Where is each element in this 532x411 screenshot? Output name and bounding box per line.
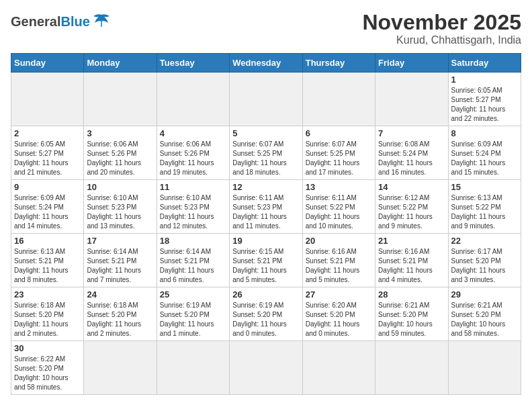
calendar-cell <box>157 73 229 126</box>
calendar-cell: 17Sunrise: 6:14 AM Sunset: 5:21 PM Dayli… <box>84 234 157 287</box>
day-info: Sunrise: 6:10 AM Sunset: 5:23 PM Dayligh… <box>87 193 153 231</box>
day-number: 6 <box>306 128 372 138</box>
logo: General Blue <box>11 11 111 30</box>
calendar-cell <box>448 341 521 395</box>
logo-bird-icon <box>92 13 111 28</box>
day-number: 19 <box>232 236 299 246</box>
day-number: 30 <box>14 343 81 353</box>
calendar-cell <box>230 73 302 126</box>
day-number: 25 <box>160 289 226 300</box>
day-info: Sunrise: 6:09 AM Sunset: 5:24 PM Dayligh… <box>14 193 81 231</box>
calendar-cell <box>11 73 84 126</box>
day-info: Sunrise: 6:19 AM Sunset: 5:20 PM Dayligh… <box>160 301 226 338</box>
calendar-cell: 26Sunrise: 6:19 AM Sunset: 5:20 PM Dayli… <box>230 287 302 341</box>
calendar-cell: 6Sunrise: 6:07 AM Sunset: 5:25 PM Daylig… <box>302 126 375 180</box>
day-number: 3 <box>87 128 153 138</box>
calendar-cell: 8Sunrise: 6:09 AM Sunset: 5:24 PM Daylig… <box>448 126 521 180</box>
day-number: 10 <box>87 182 153 192</box>
day-info: Sunrise: 6:21 AM Sunset: 5:20 PM Dayligh… <box>378 301 445 338</box>
day-info: Sunrise: 6:11 AM Sunset: 5:23 PM Dayligh… <box>232 193 299 231</box>
day-info: Sunrise: 6:20 AM Sunset: 5:20 PM Dayligh… <box>306 301 372 338</box>
weekday-header-saturday: Saturday <box>448 54 521 73</box>
day-number: 7 <box>378 128 445 138</box>
day-number: 27 <box>306 289 372 300</box>
calendar-cell: 28Sunrise: 6:21 AM Sunset: 5:20 PM Dayli… <box>375 287 448 341</box>
day-info: Sunrise: 6:19 AM Sunset: 5:20 PM Dayligh… <box>232 301 299 338</box>
day-number: 8 <box>451 128 518 138</box>
day-number: 18 <box>160 236 226 246</box>
day-info: Sunrise: 6:18 AM Sunset: 5:20 PM Dayligh… <box>87 301 153 338</box>
calendar-cell: 13Sunrise: 6:11 AM Sunset: 5:22 PM Dayli… <box>302 180 375 234</box>
calendar-cell: 19Sunrise: 6:15 AM Sunset: 5:21 PM Dayli… <box>230 234 302 287</box>
day-number: 20 <box>306 236 372 246</box>
page-header: General Blue November 2025 Kurud, Chhatt… <box>11 11 521 46</box>
calendar-cell: 16Sunrise: 6:13 AM Sunset: 5:21 PM Dayli… <box>11 234 84 287</box>
day-info: Sunrise: 6:13 AM Sunset: 5:22 PM Dayligh… <box>451 193 518 231</box>
calendar-cell: 7Sunrise: 6:08 AM Sunset: 5:24 PM Daylig… <box>375 126 448 180</box>
calendar-week-row: 30Sunrise: 6:22 AM Sunset: 5:20 PM Dayli… <box>11 341 521 395</box>
calendar-cell <box>84 73 157 126</box>
calendar-cell: 4Sunrise: 6:06 AM Sunset: 5:26 PM Daylig… <box>157 126 229 180</box>
calendar-week-row: 23Sunrise: 6:18 AM Sunset: 5:20 PM Dayli… <box>11 287 521 341</box>
calendar-cell: 29Sunrise: 6:21 AM Sunset: 5:20 PM Dayli… <box>448 287 521 341</box>
day-info: Sunrise: 6:07 AM Sunset: 5:25 PM Dayligh… <box>306 140 372 177</box>
day-info: Sunrise: 6:07 AM Sunset: 5:25 PM Dayligh… <box>232 140 299 177</box>
day-number: 13 <box>306 182 372 192</box>
day-info: Sunrise: 6:13 AM Sunset: 5:21 PM Dayligh… <box>14 247 81 285</box>
calendar-cell: 9Sunrise: 6:09 AM Sunset: 5:24 PM Daylig… <box>11 180 84 234</box>
day-info: Sunrise: 6:16 AM Sunset: 5:21 PM Dayligh… <box>378 247 445 285</box>
day-number: 1 <box>451 75 518 85</box>
calendar-cell: 12Sunrise: 6:11 AM Sunset: 5:23 PM Dayli… <box>230 180 302 234</box>
calendar-table: SundayMondayTuesdayWednesdayThursdayFrid… <box>11 53 521 395</box>
title-area: November 2025 Kurud, Chhattisgarh, India <box>362 11 521 46</box>
day-info: Sunrise: 6:14 AM Sunset: 5:21 PM Dayligh… <box>160 247 226 285</box>
calendar-cell <box>302 73 375 126</box>
day-number: 11 <box>160 182 226 192</box>
day-number: 2 <box>14 128 81 138</box>
calendar-cell: 14Sunrise: 6:12 AM Sunset: 5:22 PM Dayli… <box>375 180 448 234</box>
day-number: 28 <box>378 289 445 300</box>
calendar-cell: 30Sunrise: 6:22 AM Sunset: 5:20 PM Dayli… <box>11 341 84 395</box>
calendar-cell: 18Sunrise: 6:14 AM Sunset: 5:21 PM Dayli… <box>157 234 229 287</box>
day-info: Sunrise: 6:11 AM Sunset: 5:22 PM Dayligh… <box>306 193 372 231</box>
calendar-week-row: 1Sunrise: 6:05 AM Sunset: 5:27 PM Daylig… <box>11 73 521 126</box>
day-info: Sunrise: 6:10 AM Sunset: 5:23 PM Dayligh… <box>160 193 226 231</box>
calendar-cell: 10Sunrise: 6:10 AM Sunset: 5:23 PM Dayli… <box>84 180 157 234</box>
day-number: 17 <box>87 236 153 246</box>
day-info: Sunrise: 6:09 AM Sunset: 5:24 PM Dayligh… <box>451 140 518 177</box>
day-info: Sunrise: 6:15 AM Sunset: 5:21 PM Dayligh… <box>232 247 299 285</box>
calendar-week-row: 2Sunrise: 6:05 AM Sunset: 5:27 PM Daylig… <box>11 126 521 180</box>
day-info: Sunrise: 6:08 AM Sunset: 5:24 PM Dayligh… <box>378 140 445 177</box>
weekday-header-monday: Monday <box>84 54 157 73</box>
calendar-cell: 24Sunrise: 6:18 AM Sunset: 5:20 PM Dayli… <box>84 287 157 341</box>
day-info: Sunrise: 6:17 AM Sunset: 5:20 PM Dayligh… <box>451 247 518 285</box>
day-info: Sunrise: 6:05 AM Sunset: 5:27 PM Dayligh… <box>14 140 81 177</box>
day-number: 24 <box>87 289 153 300</box>
calendar-cell: 2Sunrise: 6:05 AM Sunset: 5:27 PM Daylig… <box>11 126 84 180</box>
calendar-cell: 27Sunrise: 6:20 AM Sunset: 5:20 PM Dayli… <box>302 287 375 341</box>
calendar-cell: 21Sunrise: 6:16 AM Sunset: 5:21 PM Dayli… <box>375 234 448 287</box>
day-number: 9 <box>14 182 81 192</box>
calendar-cell: 11Sunrise: 6:10 AM Sunset: 5:23 PM Dayli… <box>157 180 229 234</box>
calendar-cell <box>157 341 229 395</box>
day-number: 14 <box>378 182 445 192</box>
calendar-cell: 5Sunrise: 6:07 AM Sunset: 5:25 PM Daylig… <box>230 126 302 180</box>
day-number: 22 <box>451 236 518 246</box>
day-number: 12 <box>232 182 299 192</box>
calendar-week-row: 9Sunrise: 6:09 AM Sunset: 5:24 PM Daylig… <box>11 180 521 234</box>
day-number: 15 <box>451 182 518 192</box>
day-info: Sunrise: 6:12 AM Sunset: 5:22 PM Dayligh… <box>378 193 445 231</box>
calendar-week-row: 16Sunrise: 6:13 AM Sunset: 5:21 PM Dayli… <box>11 234 521 287</box>
day-number: 29 <box>451 289 518 300</box>
calendar-cell <box>84 341 157 395</box>
day-number: 26 <box>232 289 299 300</box>
page-title: November 2025 <box>362 11 521 34</box>
day-info: Sunrise: 6:16 AM Sunset: 5:21 PM Dayligh… <box>306 247 372 285</box>
calendar-cell <box>302 341 375 395</box>
weekday-header-wednesday: Wednesday <box>230 54 302 73</box>
day-info: Sunrise: 6:06 AM Sunset: 5:26 PM Dayligh… <box>87 140 153 177</box>
calendar-cell: 22Sunrise: 6:17 AM Sunset: 5:20 PM Dayli… <box>448 234 521 287</box>
calendar-cell <box>375 73 448 126</box>
day-number: 5 <box>232 128 299 138</box>
calendar-cell <box>375 341 448 395</box>
